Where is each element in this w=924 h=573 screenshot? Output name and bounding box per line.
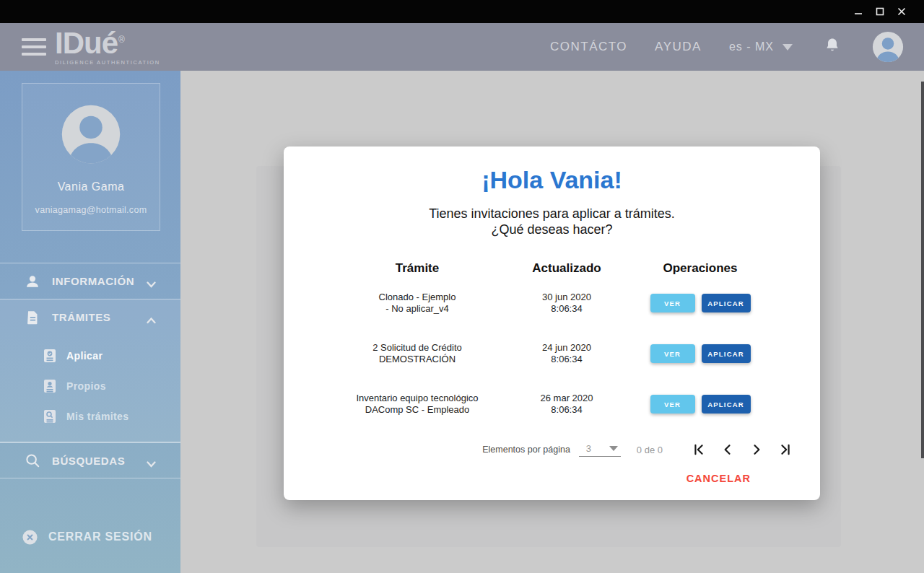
cancel-button[interactable]: CANCELAR bbox=[687, 473, 751, 484]
next-page-icon[interactable] bbox=[749, 442, 764, 457]
profile-name: Vania Gama bbox=[58, 180, 125, 193]
submenu-item-label: Propios bbox=[66, 380, 106, 392]
page-range-label: 0 de 0 bbox=[637, 445, 663, 455]
page-size-select[interactable]: 3 bbox=[579, 443, 621, 457]
user-avatar-icon[interactable] bbox=[872, 31, 904, 63]
nav-ayuda[interactable]: AYUDA bbox=[655, 40, 702, 54]
last-page-icon[interactable] bbox=[778, 442, 793, 457]
submenu-item-label: Aplicar bbox=[66, 350, 103, 362]
tramite-updated: 26 mar 20208:06:34 bbox=[522, 393, 611, 416]
search-icon bbox=[25, 452, 40, 468]
paginator: Elementos por página 3 0 de 0 bbox=[284, 434, 820, 465]
maximize-icon[interactable] bbox=[869, 4, 891, 19]
sidebar-item-label: BÚSQUEDAS bbox=[52, 455, 125, 467]
sidebar-menu: INFORMACIÓN TRÁMITES bbox=[0, 263, 180, 478]
chevron-down-icon bbox=[147, 278, 156, 284]
page-size-value: 3 bbox=[586, 443, 591, 454]
close-icon[interactable] bbox=[891, 4, 912, 19]
row-operations: VER APLICAR bbox=[611, 344, 789, 363]
sidebar-item-busquedas[interactable]: BÚSQUEDAS bbox=[0, 442, 180, 478]
aplicar-button[interactable]: APLICAR bbox=[702, 344, 751, 363]
sidebar-item-mis-tramites[interactable]: Mis trámites bbox=[0, 401, 180, 432]
logout-button[interactable]: CERRAR SESIÓN bbox=[22, 524, 152, 550]
sidebar-item-aplicar[interactable]: Aplicar bbox=[0, 341, 180, 371]
app-logo: IDué® DILIGENCE AUTHENTICATION bbox=[55, 28, 160, 66]
pagination-controls bbox=[692, 442, 793, 457]
logo-text: IDué® bbox=[55, 28, 160, 58]
chevron-down-icon bbox=[609, 446, 618, 451]
subtitle-line-1: Tienes invitaciones para aplicar a trámi… bbox=[429, 206, 675, 221]
window-titlebar bbox=[0, 0, 924, 23]
sidebar-item-label: TRÁMITES bbox=[52, 311, 110, 323]
chevron-down-icon bbox=[147, 458, 156, 464]
app-header: IDué® DILIGENCE AUTHENTICATION CONTÁCTO … bbox=[0, 23, 924, 71]
table-header: Trámite Actualizado Operaciones bbox=[313, 259, 789, 278]
previous-page-icon[interactable] bbox=[720, 442, 735, 457]
items-per-page-label: Elementos por página bbox=[482, 445, 570, 455]
sidebar: Vania Gama vaniagamag@hotmail.com INFORM… bbox=[0, 71, 180, 573]
table-row: 2 Solicitud de CréditoDEMOSTRACIÓN 24 ju… bbox=[313, 328, 789, 379]
cancel-row: CANCELAR bbox=[284, 473, 820, 484]
tramite-updated: 30 jun 20208:06:34 bbox=[522, 292, 611, 315]
dialog-title: ¡Hola Vania! bbox=[284, 165, 820, 194]
sidebar-item-propios[interactable]: Propios bbox=[0, 371, 180, 401]
document-icon bbox=[25, 310, 40, 325]
person-icon bbox=[25, 274, 40, 289]
column-header-actualizado: Actualizado bbox=[522, 261, 611, 276]
hamburger-icon[interactable] bbox=[22, 38, 46, 56]
language-value: es - MX bbox=[729, 40, 774, 53]
dialog-subtitle: Tienes invitaciones para aplicar a trámi… bbox=[284, 206, 820, 237]
sidebar-item-tramites[interactable]: TRÁMITES bbox=[0, 299, 180, 335]
first-page-icon[interactable] bbox=[692, 442, 706, 457]
notification-bell-icon[interactable] bbox=[824, 37, 840, 57]
sidebar-item-informacion[interactable]: INFORMACIÓN bbox=[0, 263, 180, 299]
ver-button[interactable]: VER bbox=[650, 344, 695, 363]
table-row: Clonado - Ejemplo- No aplicar_v4 30 jun … bbox=[313, 278, 789, 328]
submenu-item-label: Mis trámites bbox=[66, 411, 129, 422]
aplicar-button[interactable]: APLICAR bbox=[702, 294, 751, 312]
chevron-up-icon bbox=[147, 314, 156, 320]
own-badge-icon bbox=[43, 379, 56, 393]
tramite-name: Clonado - Ejemplo- No aplicar_v4 bbox=[313, 292, 522, 315]
tramite-name: Inventario equipo tecnológicoDAComp SC -… bbox=[313, 393, 522, 416]
registered-mark: ® bbox=[118, 35, 124, 45]
tramite-name: 2 Solicitud de CréditoDEMOSTRACIÓN bbox=[313, 342, 522, 365]
column-header-tramite: Trámite bbox=[313, 261, 522, 276]
aplicar-button[interactable]: APLICAR bbox=[702, 395, 751, 414]
logout-label: CERRAR SESIÓN bbox=[48, 530, 152, 543]
app-window: IDué® DILIGENCE AUTHENTICATION CONTÁCTO … bbox=[0, 0, 924, 573]
ver-button[interactable]: VER bbox=[650, 395, 695, 414]
table-row: Inventario equipo tecnológicoDAComp SC -… bbox=[313, 379, 789, 429]
close-circle-icon bbox=[22, 529, 38, 546]
profile-card: Vania Gama vaniagamag@hotmail.com bbox=[22, 83, 160, 231]
tramite-updated: 24 jun 20208:06:34 bbox=[522, 342, 611, 365]
scrollbar[interactable] bbox=[921, 82, 924, 458]
language-selector[interactable]: es - MX bbox=[729, 40, 793, 53]
column-header-operaciones: Operaciones bbox=[611, 261, 789, 276]
row-operations: VER APLICAR bbox=[611, 294, 789, 312]
ver-button[interactable]: VER bbox=[650, 294, 695, 312]
apply-badge-icon bbox=[43, 349, 56, 363]
minimize-icon[interactable] bbox=[847, 4, 869, 19]
invitations-dialog: ¡Hola Vania! Tienes invitaciones para ap… bbox=[284, 146, 820, 500]
invitations-table: Trámite Actualizado Operaciones Clonado … bbox=[313, 259, 789, 429]
person-avatar-icon bbox=[61, 104, 121, 165]
logo-tagline: DILIGENCE AUTHENTICATION bbox=[55, 60, 160, 66]
subtitle-line-2: ¿Qué deseas hacer? bbox=[491, 222, 612, 237]
tramites-submenu: Aplicar Propios Mis trámites bbox=[0, 335, 180, 442]
my-procedures-badge-icon bbox=[43, 409, 56, 424]
nav-contacto[interactable]: CONTÁCTO bbox=[550, 40, 627, 54]
sidebar-section-tramites: TRÁMITES Aplicar bbox=[0, 299, 180, 442]
main-content: ¡Hola Vania! Tienes invitaciones para ap… bbox=[180, 71, 924, 573]
chevron-down-icon bbox=[783, 44, 793, 51]
sidebar-item-label: INFORMACIÓN bbox=[52, 275, 134, 287]
row-operations: VER APLICAR bbox=[611, 395, 789, 414]
profile-email: vaniagamag@hotmail.com bbox=[35, 205, 147, 215]
header-nav: CONTÁCTO AYUDA es - MX bbox=[550, 31, 904, 63]
